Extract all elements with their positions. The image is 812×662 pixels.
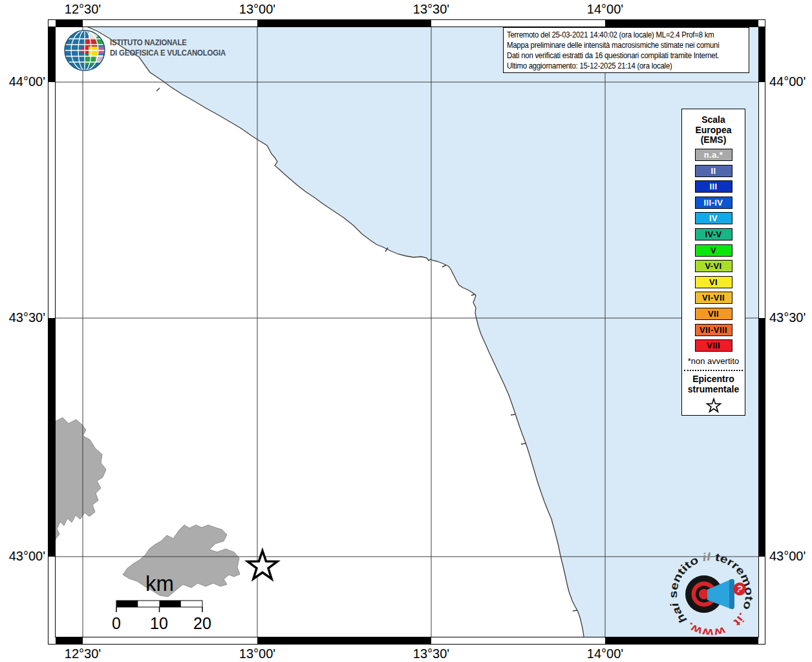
axis-label-lon: 13°00' [228,2,286,17]
info-line-event: Terremoto del 25-03-2021 14:40:02 (ora l… [507,30,717,40]
info-line-data: Dati non verificati estratti da 16 quest… [507,50,717,61]
frame-segment [257,20,431,27]
info-line-update: Ultimo aggiornamento: 15-12-2025 21:14 (… [507,61,717,71]
legend-swatch-v: V [695,244,732,257]
legend-swatch-na: n.a.* [695,149,732,161]
axis-label-lat: 44°00' [769,74,812,89]
frame-segment [48,318,55,557]
legend-title: Scala Europea (EMS) [682,115,745,145]
axis-label-lon: 14°00' [576,2,634,17]
axis-label-lon: 14°00' [576,646,634,661]
axis-label-lon: 12°30' [54,2,112,17]
megaphone-edge [729,579,734,609]
url-it: .it [731,610,749,628]
ingv-logo-globe [63,28,107,72]
legend-swatch-iv: IV [695,212,732,224]
ems-legend: Scala Europea (EMS) n.a.*IIIIIIII-IVIVIV… [681,109,745,416]
axis-label-lat: 43°00' [769,549,812,564]
legend-swatch-list: n.a.*IIIIIIII-IVIVIV-VVV-VIVIVI-VIIVIIVI… [682,149,745,352]
frame-segment [605,20,758,27]
legend-swatch-viii: VIII [695,339,732,352]
legend-swatch-ii: II [695,165,732,177]
legend-swatch-vii: VII [695,308,732,320]
url-hai: hai [668,601,689,626]
ingv-name-line2: DI GEOFISICA E VULCANOLOGIA [110,48,226,58]
frame-segment [759,318,765,557]
scale-unit-label: km [133,571,186,596]
info-line-maptype: Mappa preliminare delle intensità macros… [507,40,717,50]
axis-label-lon: 13°30' [402,2,460,17]
legend-swatch-vivii: VI-VII [695,292,732,304]
map-frame-inner [55,27,759,637]
scale-tick-label: 20 [189,614,215,633]
legend-swatch-iiiiv: III-IV [695,197,732,209]
frame-segment [48,27,55,82]
legend-swatch-ivv: IV-V [695,228,732,240]
axis-label-lat: 44°00' [0,74,45,89]
axis-label-lon: 12°30' [54,646,112,661]
frame-segment [56,20,83,27]
axis-label-lat: 43°00' [0,549,45,564]
scale-tick-label: 0 [103,614,129,633]
legend-title-line: Europea [682,125,745,136]
axis-label-lat: 43°30' [769,310,812,325]
epicenter-star-icon [705,397,722,414]
haisentitoilterremoto-logo: ? www. hai sentito il terremoto .it [665,548,758,644]
frame-segment [56,637,83,644]
legend-title-line: (EMS) [682,135,745,145]
ingv-name-line1: ISTITUTO NAZIONALE [110,37,226,48]
axis-label-lon: 13°00' [228,646,286,661]
legend-title-line: Scala [682,115,745,125]
legend-footnote: *non avvertito [682,356,745,366]
scale-tick-label: 10 [146,614,172,633]
legend-divider [684,370,743,371]
legend-swatch-vi: VI [695,276,732,288]
legend-swatch-viiviii: VII-VIII [695,324,732,336]
ingv-logo-text: ISTITUTO NAZIONALE DI GEOFISICA E VULCAN… [110,37,226,58]
legend-swatch-iii: III [695,180,732,193]
url-il: il [701,551,712,564]
earthquake-info-box: Terremoto del 25-03-2021 14:40:02 (ora l… [503,27,749,73]
axis-label-lon: 13°30' [402,646,460,661]
macroseismic-map-page: 12°30' 13°00' 13°30' 14°00' 12°30' 13°00… [0,0,812,662]
frame-segment [257,637,431,644]
frame-segment [759,27,765,82]
url-www: www. [685,620,727,639]
legend-epicenter-label: strumentale [682,384,745,394]
legend-swatch-vvi: V-VI [695,260,732,272]
axis-label-lat: 43°30' [0,310,45,325]
legend-epicenter-label: Epicentro [682,374,745,384]
